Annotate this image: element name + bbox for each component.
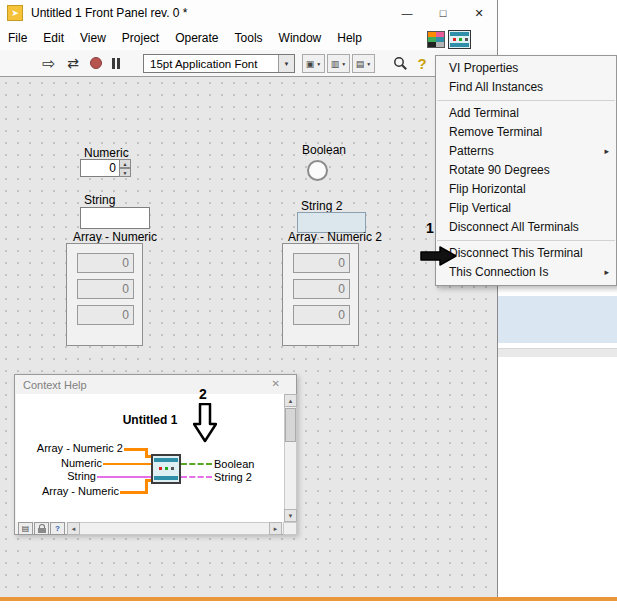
array-element[interactable]: 0 (293, 253, 350, 273)
font-selector-value: 15pt Application Font (144, 58, 278, 70)
menu-edit[interactable]: Edit (35, 28, 72, 48)
minimize-button[interactable]: — (389, 0, 425, 26)
align-objects-dropdown[interactable]: ▣ ▼ (302, 54, 325, 73)
terminal-label-array-numeric-2: Array - Numeric 2 (20, 442, 123, 454)
array-numeric2-control[interactable]: 0 0 0 (282, 243, 359, 346)
array-element[interactable]: 0 (77, 305, 134, 325)
vi-icon-dot (159, 467, 162, 470)
menu-item-flip-horizontal[interactable]: Flip Horizontal (436, 180, 616, 199)
scroll-down-icon[interactable]: ▼ (284, 509, 297, 522)
menu-item-vi-properties[interactable]: VI Properties (436, 59, 616, 78)
abort-icon (90, 57, 102, 69)
array-element[interactable]: 0 (77, 253, 134, 273)
vi-icon-bar (154, 476, 178, 480)
vertical-scroll-thumb[interactable] (285, 408, 296, 442)
title-bar: ➤ Untitled 1 Front Panel rev. 0 * — □ ✕ (0, 0, 497, 26)
vi-name: Untitled 1 (90, 413, 210, 427)
array-numeric2-label: Array - Numeric 2 (288, 230, 382, 244)
menu-item-this-connection-is[interactable]: This Connection Is ▸ (436, 263, 616, 282)
scroll-left-icon[interactable]: ◄ (67, 522, 80, 535)
menu-item-label: Disconnect All Terminals (449, 220, 579, 234)
menu-tools[interactable]: Tools (227, 28, 271, 48)
vi-icon-bar (154, 458, 178, 462)
scroll-right-icon[interactable]: ► (269, 522, 282, 535)
maximize-button[interactable]: □ (425, 0, 461, 26)
menu-item-label: VI Properties (449, 61, 518, 75)
lock-help-button[interactable] (34, 522, 49, 535)
vi-icon-dot (459, 38, 462, 41)
wire-numeric (103, 463, 151, 465)
reorder-objects-dropdown[interactable]: ▤ ▼ (352, 54, 375, 73)
search-button[interactable] (390, 53, 410, 73)
array-numeric-control[interactable]: 0 0 0 (66, 243, 143, 346)
submenu-arrow-icon: ▸ (604, 263, 609, 282)
menu-item-remove-terminal[interactable]: Remove Terminal (436, 123, 616, 142)
annotation-1-arrow-icon (420, 246, 458, 266)
vi-icon-bar (450, 32, 469, 36)
menu-help[interactable]: Help (329, 28, 370, 48)
run-button[interactable]: ⇨ (38, 53, 60, 73)
menu-operate[interactable]: Operate (167, 28, 226, 48)
array-element[interactable]: 0 (293, 279, 350, 299)
menu-item-label: Flip Horizontal (449, 182, 526, 196)
vi-icon-dot (453, 38, 456, 41)
abort-button[interactable] (86, 53, 106, 73)
vi-icon-dot (171, 467, 174, 470)
labview-app-icon: ➤ (7, 5, 23, 21)
menu-item-disconnect-all-terminals[interactable]: Disconnect All Terminals (436, 218, 616, 237)
array-element[interactable]: 0 (77, 279, 134, 299)
detailed-help-button[interactable]: ? (50, 522, 65, 535)
increment-button[interactable]: ▲ (119, 159, 131, 168)
wire-string (97, 476, 151, 478)
horizontal-scrollbar[interactable] (67, 522, 282, 535)
menu-item-label: Patterns (449, 144, 494, 158)
menu-item-label: This Connection Is (449, 265, 548, 279)
menu-item-label: Find All Instances (449, 80, 543, 94)
menu-item-flip-vertical[interactable]: Flip Vertical (436, 199, 616, 218)
wire-string-2 (181, 476, 212, 478)
terminal-label-array-numeric: Array - Numeric (20, 485, 119, 497)
menu-item-find-all-instances[interactable]: Find All Instances (436, 78, 616, 97)
window-title: Untitled 1 Front Panel rev. 0 * (31, 6, 188, 20)
menu-item-label: Remove Terminal (449, 125, 542, 139)
vi-icon (151, 454, 181, 484)
menu-item-add-terminal[interactable]: Add Terminal (436, 104, 616, 123)
context-help-title: Context Help (23, 379, 87, 391)
toolbar: ⇨ ⇄ 15pt Application Font ▼ ▣ ▼ ▥ ▼ ▤ ▼ (0, 50, 497, 77)
array-numeric-label: Array - Numeric (73, 230, 157, 244)
background-window-band-blue (498, 296, 617, 343)
pause-button[interactable] (106, 53, 126, 73)
menu-item-rotate-90-degrees[interactable]: Rotate 90 Degrees (436, 161, 616, 180)
distribute-objects-dropdown[interactable]: ▥ ▼ (327, 54, 350, 73)
menu-item-label: Disconnect This Terminal (449, 246, 583, 260)
run-continuously-button[interactable]: ⇄ (62, 53, 84, 73)
terminal-label-numeric: Numeric (20, 457, 102, 469)
menu-file[interactable]: File (0, 28, 35, 48)
distribute-objects-icon: ▥ (331, 59, 340, 69)
menu-project[interactable]: Project (114, 28, 167, 48)
string-control[interactable] (80, 207, 150, 229)
array-element[interactable]: 0 (293, 305, 350, 325)
scroll-up-icon[interactable]: ▲ (284, 394, 297, 407)
show-optional-terminals-button[interactable]: ▤ (18, 522, 33, 535)
menu-item-patterns[interactable]: Patterns ▸ (436, 142, 616, 161)
submenu-arrow-icon: ▸ (604, 142, 609, 161)
align-objects-icon: ▣ (306, 59, 315, 69)
numeric-control[interactable]: 0 (80, 159, 120, 177)
close-icon[interactable]: ✕ (272, 378, 280, 389)
vi-icon[interactable] (448, 30, 471, 49)
background-orange-strip (0, 597, 617, 601)
menu-view[interactable]: View (72, 28, 114, 48)
boolean-control[interactable] (307, 160, 328, 181)
font-selector[interactable]: 15pt Application Font ▼ (143, 54, 295, 73)
vi-icon-bar (450, 43, 469, 47)
connpane-cell (428, 42, 436, 47)
menu-window[interactable]: Window (271, 28, 330, 48)
boolean-label: Boolean (302, 143, 346, 157)
close-button[interactable]: ✕ (461, 0, 497, 26)
chevron-down-icon[interactable]: ▼ (278, 55, 294, 72)
connector-pane-icon[interactable] (427, 31, 445, 48)
context-help-button[interactable]: ? (412, 53, 432, 73)
decrement-button[interactable]: ▼ (119, 168, 131, 177)
menu-item-disconnect-this-terminal[interactable]: Disconnect This Terminal (436, 244, 616, 263)
